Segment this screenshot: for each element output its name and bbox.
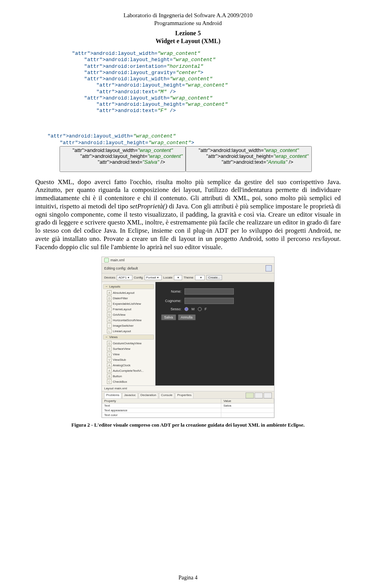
tab-problems[interactable]: Problems [104,393,121,398]
prop-text-appearance-value[interactable] [221,408,274,413]
palette-group-views[interactable]: −Views [103,335,154,340]
editor-tab-label[interactable]: main.xml [110,258,125,262]
editor-footer-tabs: Layout main.xml [102,385,274,391]
widget-icon: D [107,296,112,300]
palette-layout-item[interactable]: EExpandableListView [103,301,154,306]
page-header: Laboratorio di Ingegneria del Software A… [35,12,341,27]
section-line1: Lezione 5 [175,30,201,36]
radio-m-label: M [192,307,195,311]
widget-icon: S [107,346,112,351]
cognome-input[interactable] [184,298,234,304]
form-label-sesso: Sesso: [161,307,181,311]
col-property: Property [102,399,221,403]
palette-view-item[interactable]: SSurfaceView [103,346,154,351]
editor-config-row: Editing config: default [102,264,274,273]
widget-icon: A [107,368,112,373]
section-title: Lezione 5 Widget e Layout (XML) [35,29,341,45]
devices-label: Devices [104,276,115,279]
palette-layout-label: ExpandableListView [113,302,141,306]
collapse-icon: − [105,285,108,288]
dropdown-arrow-icon: ▾ [128,276,131,279]
prop-text-value[interactable]: Salva [221,403,274,408]
widget-icon: E [107,301,112,306]
prop-text-appearance[interactable]: Text appearance [102,408,221,413]
palette-layout-item[interactable]: LLinearLayout [103,328,154,334]
form-label-nome: Nome: [161,289,181,293]
theme-select[interactable]: ▾ [195,275,205,280]
design-canvas[interactable]: Nome: Cognome: Sesso: M F Salva Annu [155,282,274,385]
palette-layout-label: HorizontalScrollView [113,318,141,322]
config-action-icon[interactable] [266,265,272,271]
radio-f[interactable] [198,307,202,311]
palette-view-label: Button [113,375,122,378]
prop-text[interactable]: Text [102,403,221,408]
widget-icon: V [107,357,112,362]
locale-label: Locale [163,276,173,279]
palette-view-item[interactable]: VView [103,351,154,357]
locale-select[interactable]: ▾ [174,275,182,280]
config-label: Config [134,276,143,279]
palette-view-item[interactable]: AAnalogClock [103,362,154,368]
tab-properties[interactable]: Properties [175,393,193,398]
palette-view-label: AutoCompleteTextVi... [113,369,144,373]
theme-label: Theme [184,276,193,279]
palette-view-item[interactable]: CCheckBox [103,379,154,384]
palette-layout-item[interactable]: AAbsoluteLayout [103,290,154,295]
palette-layout-item[interactable]: DDialerFilter [103,295,154,301]
header-line2: Programmazione su Android [154,20,222,26]
palette-view-item[interactable]: AAutoCompleteTextVi... [103,368,154,373]
widget-icon: H [107,318,112,322]
nome-input[interactable] [184,288,234,295]
palette-layout-item[interactable]: GGridView [103,312,154,317]
prop-text-color-value[interactable] [221,413,274,418]
palette-layout-label: DialerFilter [113,297,128,300]
dropdown-arrow-icon: ▾ [177,276,181,279]
widget-icon: G [107,341,112,346]
widget-icon: V [107,352,112,356]
palette-view-label: ViewStub [113,358,126,362]
palette-view-label: CheckBox [113,380,127,384]
widget-icon: A [107,363,112,367]
widget-icon: C [107,379,112,384]
path-ref-reslayout: res/layout [313,235,339,242]
editor-tab-bar: main.xml [102,257,274,264]
palette-layout-label: FrameLayout [113,308,131,311]
palette-layout-item[interactable]: HHorizontalScrollView [103,317,154,323]
palette-view-item[interactable]: VViewStub [103,357,154,362]
palette-view-item[interactable]: BButton [103,373,154,379]
create-button[interactable]: Create... [206,275,222,280]
widget-icon: F [107,307,112,311]
dropdown-arrow-icon: ▾ [200,276,203,279]
tree-view-icon[interactable] [246,393,254,398]
page-number: Pagina 4 [0,575,376,581]
list-view-icon[interactable] [255,393,263,398]
prop-text-color[interactable]: Text color [102,413,221,418]
config-select[interactable]: Portrait ▾ [145,275,162,280]
editor-device-row: Devices ADP1 ▾ Config Portrait ▾ Locale … [102,273,274,282]
header-line1: Laboratorio di Ingegneria del Software A… [123,12,253,18]
figure-wrapper: main.xml Editing config: default Devices… [35,257,341,428]
palette-layout-label: ImageSwitcher [113,324,134,327]
palette-view-item[interactable]: GGestureOverlayView [103,340,154,346]
annulla-button[interactable]: Annulla [178,314,196,320]
palette-layout-item[interactable]: FFrameLayout [103,306,154,312]
palette-view-label: AnalogClock [113,364,130,367]
radio-m[interactable] [184,307,188,311]
tab-javadoc[interactable]: Javadoc [122,393,138,398]
device-select[interactable]: ADP1 ▾ [117,275,132,280]
tab-console[interactable]: Console [159,393,174,398]
palette-panel: −Layouts AAbsoluteLayoutDDialerFilterEEx… [102,282,155,385]
palette-group-layouts[interactable]: −Layouts [103,284,154,289]
palette-layout-label: AbsoluteLayout [113,291,134,295]
col-value: Value [221,399,274,403]
code-ref-setproprieta: setProprietà() [130,203,168,210]
menu-icon[interactable] [264,393,272,398]
widget-icon: I [107,323,112,328]
palette-view-label: View [113,353,119,356]
palette-layout-label: GridView [113,313,125,317]
widget-icon: B [107,374,112,378]
palette-layout-item[interactable]: IImageSwitcher [103,323,154,328]
tab-icon [104,258,109,262]
tab-declaration[interactable]: Declaration [139,393,158,398]
salva-button[interactable]: Salva [161,314,176,320]
